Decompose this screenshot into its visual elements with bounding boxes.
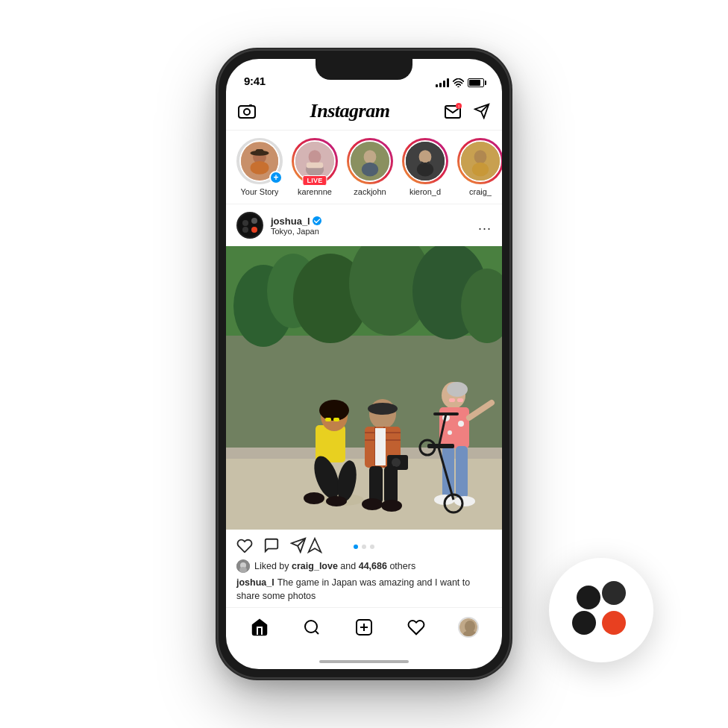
svg-point-94 (239, 567, 247, 573)
nav-home-button[interactable] (243, 611, 276, 644)
direct-messages-icon[interactable] (474, 103, 490, 119)
nav-likes-button[interactable] (400, 611, 433, 644)
instagram-header: Instagram ! (226, 92, 502, 131)
svg-point-54 (326, 496, 347, 506)
karennne-label: karennne (298, 187, 332, 196)
svg-point-32 (251, 227, 257, 233)
post-location: Tokyo, Japan (271, 227, 321, 236)
craig-story-ring (457, 138, 502, 184)
svg-point-104 (602, 581, 626, 605)
svg-rect-78 (442, 446, 454, 498)
svg-rect-66 (369, 466, 383, 503)
status-icons (436, 78, 484, 87)
svg-point-82 (454, 496, 475, 506)
status-time: 9:41 (244, 75, 266, 87)
story-item-craig[interactable]: craig_ (457, 138, 502, 196)
post-actions: Liked by craig_love and 44,686 others jo… (226, 530, 502, 607)
battery-icon (468, 78, 484, 87)
svg-rect-3 (249, 104, 252, 107)
stories-row: + Your Story (226, 131, 502, 204)
svg-point-12 (251, 161, 269, 175)
post-image (226, 246, 502, 530)
nav-search-button[interactable] (295, 611, 328, 644)
comment-button[interactable] (263, 537, 280, 553)
liker-avatar (236, 559, 250, 573)
post-user-avatar (236, 212, 263, 239)
floating-logo (549, 558, 653, 662)
carousel-dot-1 (354, 545, 358, 549)
svg-point-53 (304, 492, 324, 504)
caption-username[interactable]: joshua_l (236, 577, 274, 588)
live-badge: LIVE (302, 175, 327, 186)
story-item-kieron[interactable]: kieron_d (402, 138, 448, 196)
like-button[interactable] (236, 537, 253, 553)
svg-rect-88 (427, 444, 454, 448)
svg-rect-11 (256, 149, 264, 154)
svg-rect-77 (457, 398, 463, 402)
signal-icon (436, 78, 449, 87)
scene: 9:41 (0, 0, 728, 728)
svg-rect-1 (239, 106, 255, 118)
svg-point-18 (364, 150, 377, 164)
svg-rect-50 (333, 418, 339, 421)
svg-point-95 (305, 621, 317, 633)
svg-point-33 (313, 216, 321, 225)
craig-label: craig_ (469, 187, 492, 196)
your-story-label: Your Story (241, 187, 279, 196)
zackjohn-story-ring (347, 138, 393, 184)
post-header: joshua_l Tokyo, Japan ... (226, 204, 502, 246)
svg-point-29 (242, 220, 248, 226)
post-username: joshua_l (271, 216, 321, 227)
svg-rect-79 (456, 446, 468, 498)
svg-rect-16 (307, 163, 323, 168)
svg-point-30 (251, 218, 257, 224)
action-icons (236, 537, 323, 553)
kieron-label: kieron_d (410, 187, 441, 196)
story-item-zackjohn[interactable]: zackjohn (347, 138, 393, 196)
svg-point-31 (242, 227, 248, 233)
share-button[interactable] (290, 537, 307, 553)
svg-point-19 (362, 163, 378, 177)
post-user-info[interactable]: joshua_l Tokyo, Japan (236, 212, 321, 239)
svg-point-71 (447, 382, 468, 397)
post-container: joshua_l Tokyo, Japan ... (226, 204, 502, 669)
nav-profile-button[interactable] (452, 611, 485, 644)
post-more-button[interactable]: ... (478, 218, 492, 233)
header-right-icons: ! (444, 103, 490, 119)
likes-row: Liked by craig_love and 44,686 others (236, 559, 492, 573)
svg-point-14 (309, 150, 321, 164)
activity-icon[interactable]: ! (444, 103, 462, 119)
craig-avatar (459, 140, 501, 182)
nav-add-button[interactable] (348, 611, 380, 644)
svg-point-22 (417, 163, 433, 177)
phone-frame: 9:41 (219, 51, 509, 677)
svg-line-96 (316, 630, 318, 633)
action-icons-left (236, 537, 307, 553)
story-item-yours[interactable]: + Your Story (236, 138, 283, 196)
kieron-story-ring (402, 138, 448, 184)
notch (316, 59, 412, 80)
svg-point-65 (392, 458, 401, 467)
svg-rect-57 (372, 404, 393, 413)
story-item-karennne[interactable]: LIVE karennne (292, 138, 338, 196)
svg-rect-28 (238, 213, 262, 237)
svg-point-2 (244, 109, 250, 115)
carousel-dot-2 (362, 545, 366, 549)
svg-marker-91 (309, 539, 321, 552)
post-caption: joshua_lThe game in Japan was amazing an… (236, 576, 492, 603)
svg-point-103 (577, 586, 600, 609)
svg-point-48 (319, 400, 349, 421)
camera-icon[interactable] (238, 103, 256, 119)
svg-rect-63 (375, 428, 386, 465)
svg-rect-49 (325, 418, 331, 421)
carousel-dot-3 (370, 545, 374, 549)
home-indicator (319, 660, 409, 663)
bottom-nav (226, 607, 502, 649)
svg-point-27 (472, 163, 489, 177)
add-story-button[interactable]: + (269, 171, 283, 184)
svg-point-68 (362, 498, 383, 510)
save-button[interactable] (307, 537, 323, 553)
svg-point-105 (572, 611, 596, 635)
verified-icon (313, 216, 321, 225)
svg-rect-67 (384, 466, 398, 503)
